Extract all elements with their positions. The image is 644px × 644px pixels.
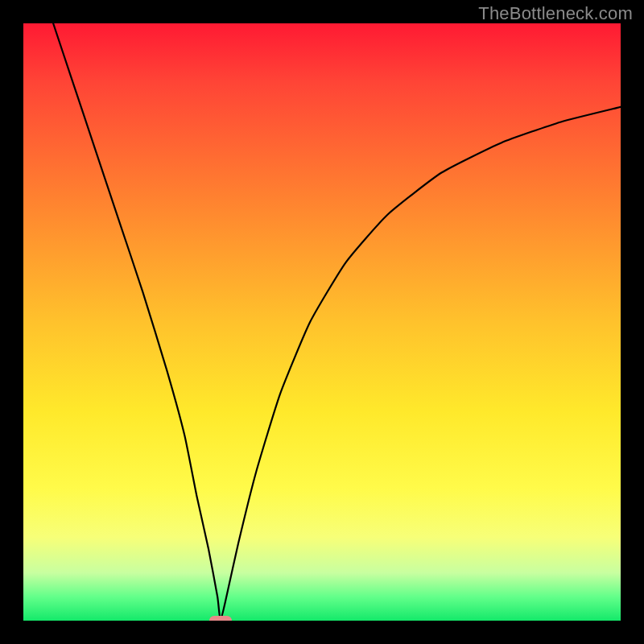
chart-plot-area	[23, 23, 621, 621]
outer-frame: TheBottleneck.com	[0, 0, 644, 644]
bottleneck-marker	[209, 616, 232, 621]
bottleneck-curve-svg	[23, 23, 621, 621]
bottleneck-curve-path	[53, 23, 621, 621]
watermark-text: TheBottleneck.com	[478, 3, 633, 24]
